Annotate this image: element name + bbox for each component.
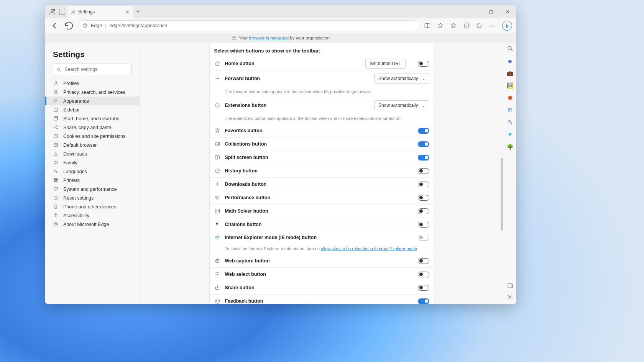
tab-settings[interactable]: Settings ✕ [67,6,133,18]
forward-select[interactable]: Show automatically⌄ [374,74,429,84]
refresh-button[interactable] [64,20,74,31]
rail-tools-icon[interactable]: 💼 [507,70,514,77]
share-icon [53,124,59,130]
tab-actions-icon[interactable] [59,9,65,15]
nav-cookies[interactable]: Cookies and site permissions [45,132,139,141]
rail-games-icon[interactable]: 🌳 [507,143,514,150]
svg-rect-48 [215,209,219,213]
rail-search-icon[interactable] [507,45,514,52]
toggle-home[interactable] [418,61,429,67]
toggle-select[interactable] [418,272,429,277]
search-icon [56,67,61,72]
nav-privacy[interactable]: Privacy, search, and services [45,88,139,97]
row-ie-button: Internet Explorer mode (IE mode) button … [210,231,434,254]
nav-languages[interactable]: Languages [45,167,139,176]
rail-settings-icon[interactable] [507,294,514,301]
toggle-citations[interactable] [418,222,429,228]
nav-phone[interactable]: Phone and other devices [45,202,139,211]
rail-outlook-icon[interactable]: ✉ [507,106,514,113]
svg-point-21 [56,126,58,127]
nav-reset[interactable]: Reset settings [45,193,139,202]
svg-line-24 [55,128,56,129]
new-tab-button[interactable]: + [133,8,143,15]
history-icon [214,168,220,174]
nav-default-browser[interactable]: Default browser [45,141,139,149]
svg-rect-17 [54,108,58,111]
toggle-math[interactable] [418,208,429,214]
heart-pulse-icon [214,195,220,201]
rail-plus-icon[interactable]: + [507,156,514,162]
toggle-favorites[interactable] [418,128,429,134]
search-settings-input[interactable] [53,64,131,75]
rail-drop-icon[interactable]: ▼ [507,131,514,138]
tab-close-button[interactable]: ✕ [125,9,130,15]
url-input[interactable]: Edge | edge://settings/appearance [78,20,420,31]
nav-family[interactable]: Family [45,158,139,167]
rail-edit-icon[interactable]: ✎ [507,119,514,126]
svg-rect-32 [54,179,58,180]
svg-point-22 [56,128,58,129]
ie-mode-link[interactable]: allow sites to be reloaded in Internet E… [321,246,417,251]
rail-panel-icon[interactable] [507,282,514,289]
more-menu-icon[interactable]: ⋯ [489,22,496,29]
nav-appearance[interactable]: Appearance [45,97,139,105]
nav-about[interactable]: About Microsoft Edge [45,220,139,229]
svg-point-57 [508,46,511,50]
set-button-url[interactable]: Set button URL [365,59,405,69]
managed-link[interactable]: browser is managed [249,36,289,40]
svg-rect-50 [215,260,219,262]
split-screen-icon[interactable] [424,22,431,29]
download-icon [214,181,220,187]
toggle-share[interactable] [418,285,429,291]
rail-shopping-icon[interactable]: ◆ [507,57,514,64]
toggle-downloads[interactable] [418,182,429,187]
feedback-icon [214,298,220,304]
home-icon [214,61,220,67]
reset-icon [53,195,59,201]
nav-accessibility[interactable]: Accessibility [45,211,139,220]
maximize-button[interactable]: ▢ [482,5,499,18]
svg-point-61 [509,296,511,298]
toggle-performance[interactable] [418,195,429,201]
nav-sidebar[interactable]: Sidebar [45,105,139,114]
svg-point-13 [57,68,60,71]
nav-share[interactable]: Share, copy and paste [45,123,139,132]
nav-downloads[interactable]: Downloads [45,149,139,158]
scrollbar-thumb[interactable] [501,158,503,231]
minimize-button[interactable]: — [465,5,482,18]
favorite-star-icon[interactable] [437,22,444,29]
row-history-button: History button [210,164,434,177]
svg-rect-28 [54,143,58,146]
phone-icon [53,204,59,210]
nav-printers[interactable]: Printers [45,176,139,185]
back-button[interactable] [49,20,60,31]
bing-icon[interactable]: b [502,21,512,31]
card-title: Select which buttons to show on the tool… [210,48,434,57]
chevron-down-icon: ⌄ [422,77,425,81]
nav-system[interactable]: System and performance [45,185,139,193]
address-bar: Edge | edge://settings/appearance ⋯ b [45,18,516,33]
profile-avatar-icon[interactable] [48,8,56,16]
rail-office-icon[interactable]: ⬢ [507,94,514,101]
rail-image-icon[interactable]: 🖼️ [507,82,514,89]
toggle-split[interactable] [418,155,429,161]
svg-rect-19 [54,117,58,120]
lock-icon [53,89,59,95]
svg-rect-25 [54,134,58,138]
printer-icon [53,177,59,183]
extensions-select[interactable]: Show automatically⌄ [374,100,429,110]
browser-right-sidebar: ◆ 💼 🖼️ ⬢ ✉ ✎ ▼ 🌳 + [504,43,516,304]
toggle-feedback[interactable] [418,298,429,304]
favorites-list-icon[interactable] [450,22,457,29]
toggle-collections[interactable] [418,141,429,147]
nav-profiles[interactable]: Profiles [45,79,139,88]
collections-icon [214,141,220,147]
toggle-history[interactable] [418,168,429,174]
extensions-icon[interactable] [476,22,483,29]
toggle-capture[interactable] [418,258,429,264]
close-button[interactable]: ✕ [499,5,516,18]
appearance-icon [53,98,59,104]
chevron-down-icon: ⌄ [422,103,425,108]
nav-start[interactable]: Start, home, and new tabs [45,114,139,123]
collections-icon[interactable] [463,22,470,29]
